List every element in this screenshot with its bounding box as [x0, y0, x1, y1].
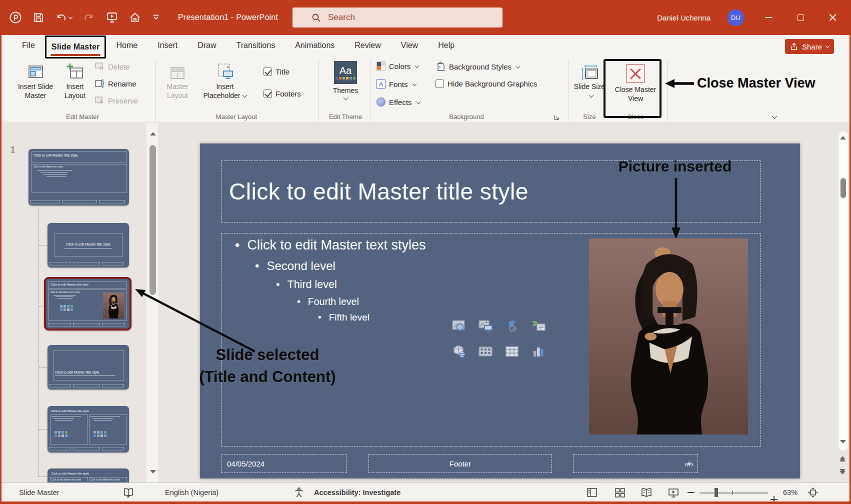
- panel-scrollbar-thumb[interactable]: [150, 145, 156, 295]
- insert-placeholder-label: Insert Placeholder: [200, 82, 250, 100]
- insert-layout-button[interactable]: Insert Layout: [60, 60, 90, 100]
- reading-view-icon[interactable]: [640, 488, 652, 498]
- powerpoint-logo-icon: [9, 11, 22, 24]
- tab-review[interactable]: Review: [344, 35, 390, 56]
- date-placeholder[interactable]: 04/05/2024: [222, 454, 346, 473]
- slide-sorter-view-icon[interactable]: [614, 488, 626, 498]
- customize-qat-chevron-icon[interactable]: [152, 14, 160, 21]
- delete-button: Delete: [94, 62, 130, 71]
- themes-button[interactable]: Aa Themes: [324, 59, 367, 100]
- fonts-button[interactable]: A Fonts: [376, 80, 416, 88]
- zoom-out-button[interactable]: [688, 489, 694, 496]
- insert-icons-icon[interactable]: [502, 318, 522, 334]
- background-styles-button[interactable]: Background Styles: [436, 62, 520, 72]
- status-accessibility[interactable]: Accessibility: Investigate: [314, 483, 400, 502]
- slide-number-placeholder[interactable]: ‹#›: [573, 454, 698, 473]
- previous-slide-button[interactable]: [840, 456, 846, 462]
- footers-checkbox-icon: [264, 90, 272, 98]
- undo-button[interactable]: [55, 12, 72, 23]
- rename-button[interactable]: Rename: [94, 79, 136, 88]
- zoom-slider-track[interactable]: [700, 492, 768, 494]
- share-dropdown-chevron[interactable]: [826, 44, 830, 48]
- footer-placeholder[interactable]: Footer: [368, 454, 552, 473]
- smartart-icon[interactable]: [529, 318, 548, 334]
- colors-icon: [376, 62, 386, 70]
- tab-view[interactable]: View: [391, 35, 428, 56]
- zoom-slider-handle[interactable]: [714, 488, 718, 497]
- master-layout-icon: [170, 60, 186, 80]
- thumbnail-layout-two-content[interactable]: Click to edit Master title style: [48, 406, 129, 452]
- tab-draw[interactable]: Draw: [188, 35, 226, 56]
- slide-size-button[interactable]: Slide Size: [572, 60, 608, 100]
- avatar[interactable]: DU: [728, 10, 744, 26]
- status-language[interactable]: English (Nigeria): [165, 483, 218, 502]
- footers-checkbox[interactable]: Footers: [264, 90, 301, 98]
- close-window-button[interactable]: [825, 10, 840, 25]
- ribbon-separator: [156, 60, 156, 121]
- insert-slide-master-label: Insert Slide Master: [12, 82, 58, 100]
- colors-button[interactable]: Colors: [376, 62, 418, 70]
- pictures-icon[interactable]: [476, 318, 495, 334]
- thumbnail-layout-comparison[interactable]: Click to edit Master title style Click t…: [48, 468, 129, 482]
- fit-slide-to-window-icon[interactable]: [808, 487, 818, 498]
- effects-button[interactable]: Effects: [376, 98, 420, 106]
- content-placeholder-icons: [450, 318, 548, 360]
- slideshow-view-icon[interactable]: [668, 488, 679, 498]
- close-master-view-annotation-arrow: [664, 77, 695, 90]
- panel-scroll-up-arrow[interactable]: [150, 132, 156, 136]
- save-icon[interactable]: [33, 12, 44, 23]
- table-icon[interactable]: [502, 343, 522, 360]
- quick-access-toolbar: Presentation1 - PowerPoint: [9, 0, 278, 35]
- chart-icon[interactable]: [529, 343, 548, 360]
- title-checkbox[interactable]: Title: [264, 68, 290, 76]
- main-scroll-down-arrow[interactable]: [840, 440, 846, 444]
- main-scrollbar-thumb[interactable]: [840, 178, 846, 198]
- tab-transitions[interactable]: Transitions: [226, 35, 286, 56]
- share-button[interactable]: Share: [785, 39, 834, 54]
- stock-images-icon[interactable]: [450, 318, 468, 334]
- insert-slide-master-button[interactable]: Insert Slide Master: [12, 60, 58, 100]
- start-slideshow-icon[interactable]: [106, 12, 118, 24]
- tab-animations[interactable]: Animations: [285, 35, 344, 56]
- close-master-view-annotation-text: Close Master View: [697, 76, 816, 91]
- insert-placeholder-button[interactable]: Insert Placeholder: [200, 60, 250, 100]
- search-placeholder: Search: [328, 12, 355, 22]
- user-name[interactable]: Daniel Uchenna: [657, 14, 710, 22]
- collapse-ribbon-chevron[interactable]: [772, 113, 777, 118]
- 3d-models-icon[interactable]: [450, 343, 468, 360]
- ribbon-separator: [318, 60, 318, 121]
- thumbnail-layout-section-header[interactable]: Click to edit Master title style: [48, 345, 129, 390]
- tab-help[interactable]: Help: [428, 35, 464, 56]
- undo-dropdown-chevron[interactable]: [68, 14, 72, 18]
- tab-slide-master[interactable]: Slide Master: [52, 42, 100, 52]
- thumbnail-layout-title-and-content[interactable]: Click to edit Master title style Click t…: [44, 277, 132, 330]
- thumbnail-layout-title-slide[interactable]: Click to edit Master title style: [48, 223, 129, 268]
- insert-layout-icon: [66, 60, 84, 80]
- maximize-button[interactable]: [793, 10, 808, 25]
- thumbnail-slide-master[interactable]: Click to edit Master title style Click t…: [28, 149, 129, 206]
- tab-insert[interactable]: Insert: [148, 35, 188, 56]
- inserted-picture[interactable]: [589, 238, 748, 434]
- slide-selected-annotation-arrow: [130, 284, 256, 354]
- hide-background-graphics-checkbox[interactable]: Hide Background Graphics: [436, 80, 537, 88]
- slide-size-icon: [580, 60, 598, 80]
- next-slide-button[interactable]: [840, 469, 846, 474]
- themes-dropdown-chevron[interactable]: [343, 96, 348, 100]
- tab-home[interactable]: Home: [106, 35, 148, 56]
- video-icon[interactable]: [476, 343, 495, 360]
- tab-file[interactable]: File: [12, 35, 45, 56]
- spell-check-icon[interactable]: [123, 488, 134, 498]
- home-icon[interactable]: [129, 12, 141, 24]
- main-scroll-up-arrow[interactable]: [840, 136, 846, 140]
- minimize-button[interactable]: [761, 10, 776, 25]
- slide-size-label: Slide Size: [572, 82, 608, 100]
- background-dialog-launcher-icon[interactable]: [553, 114, 560, 121]
- themes-aa-glyph: Aa: [340, 66, 352, 76]
- zoom-level[interactable]: 63%: [783, 483, 798, 502]
- search-input[interactable]: Search: [292, 8, 502, 28]
- zoom-slider-tick: [732, 490, 733, 495]
- group-label-edit-master: Edit Master: [66, 113, 99, 120]
- ribbon-separator: [668, 60, 668, 121]
- panel-scroll-down-arrow[interactable]: [150, 470, 156, 474]
- normal-view-icon[interactable]: [586, 488, 598, 498]
